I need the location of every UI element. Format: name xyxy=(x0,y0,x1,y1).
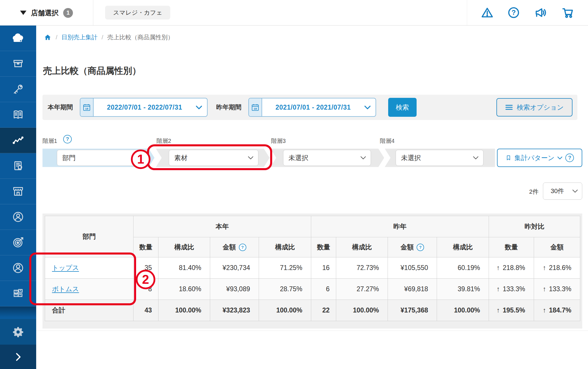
sales-comparison-table-wrapper: 部門 本年 昨年 昨対比 数量 構成比 金額? 構成比 数量 構成比 金額? 構… xyxy=(42,213,582,329)
chevron-down-icon xyxy=(557,156,562,160)
cell-value: ¥105,550 xyxy=(388,257,437,279)
page-size-select[interactable]: 30件 xyxy=(543,182,582,200)
hierarchy4-select[interactable]: 未選択 xyxy=(396,150,483,166)
calendar-icon: 18 xyxy=(80,98,94,116)
svg-text:?: ? xyxy=(512,9,516,16)
hierarchy1-value: 部門 xyxy=(62,154,134,162)
last-year-date-range-picker[interactable]: 18 2021/07/01 - 2021/07/31 xyxy=(248,98,376,117)
chevron-down-icon xyxy=(572,189,578,193)
cell-value: 218.6% xyxy=(549,264,571,271)
col-yoy-qty: 数量 xyxy=(489,237,534,257)
topbar-icon-group: ? xyxy=(467,0,588,25)
cell-value: 133.3% xyxy=(503,285,525,293)
cell-value: 18.60% xyxy=(158,279,210,300)
sidebar-item-products[interactable] xyxy=(0,51,36,77)
person-icon xyxy=(11,261,25,275)
document-search-icon xyxy=(11,159,25,172)
up-arrow-icon: ↑ xyxy=(496,285,500,293)
key-icon xyxy=(11,83,25,96)
cell-value: 60.19% xyxy=(437,257,489,279)
group-header-last-year: 昨年 xyxy=(311,216,489,237)
sidebar-nav xyxy=(0,26,36,369)
sidebar-item-reports[interactable] xyxy=(0,153,36,179)
alert-icon[interactable] xyxy=(481,6,494,19)
amount-help-icon[interactable]: ? xyxy=(239,244,246,251)
yoy-qty-cell: ↑195.5% xyxy=(489,300,534,321)
cell-value: ¥93,089 xyxy=(210,279,259,300)
home-icon[interactable] xyxy=(44,34,52,41)
sidebar-item-members[interactable] xyxy=(0,204,36,230)
department-link-bottoms[interactable]: ボトムス xyxy=(52,285,79,293)
up-arrow-icon: ↑ xyxy=(496,306,500,314)
page-size-value: 30件 xyxy=(551,187,572,195)
sidebar-item-staff[interactable] xyxy=(0,255,36,281)
yoy-amount-cell: ↑133.3% xyxy=(534,279,580,300)
up-arrow-icon: ↑ xyxy=(543,285,546,293)
last-year-period-label: 昨年期間 xyxy=(216,103,241,112)
sidebar-item-store[interactable] xyxy=(0,179,36,204)
hierarchy2-select[interactable]: 素材 xyxy=(169,150,258,166)
up-arrow-icon: ↑ xyxy=(543,264,546,271)
sidebar-item-targets[interactable] xyxy=(0,230,36,255)
col-this-year-ratio2: 構成比 xyxy=(259,237,311,257)
total-label: 合計 xyxy=(45,300,134,321)
pattern-help-icon[interactable]: ? xyxy=(565,154,574,162)
hierarchy1-label: 階層1 xyxy=(42,137,57,145)
cell-value: 133.3% xyxy=(549,285,571,293)
store-count-badge: 1 xyxy=(63,8,73,18)
chevron-down-icon xyxy=(196,105,207,110)
col-last-year-qty: 数量 xyxy=(311,237,336,257)
bookmark-icon xyxy=(505,154,512,161)
aggregate-pattern-button[interactable]: 集計パターン ? xyxy=(497,149,582,167)
sidebar-item-settings[interactable] xyxy=(0,319,36,345)
search-options-button[interactable]: 検索オプション xyxy=(496,98,572,116)
sidebar-item-journal[interactable] xyxy=(0,102,36,128)
hierarchy-help-icon[interactable]: ? xyxy=(63,135,72,143)
hierarchy3-select[interactable]: 未選択 xyxy=(283,150,371,166)
group-header-yoy: 昨対比 xyxy=(489,216,580,237)
store-select-label: 店舗選択 xyxy=(31,8,59,18)
chevron-right-icon xyxy=(12,351,24,363)
amount-help-icon[interactable]: ? xyxy=(417,244,424,251)
cell-value: 184.7% xyxy=(549,306,571,314)
search-button[interactable]: 検索 xyxy=(388,98,417,117)
search-options-label: 検索オプション xyxy=(517,103,564,112)
sidebar-item-sales-analysis[interactable] xyxy=(0,128,36,153)
sidebar-item-home[interactable] xyxy=(0,26,36,51)
filter-bar: 本年期間 18 2022/07/01 - 2022/07/31 昨年期間 18 … xyxy=(42,95,577,120)
table-row-bottoms: ボトムス 8 18.60% ¥93,089 28.75% 6 27.27% ¥6… xyxy=(45,279,580,300)
col-last-year-ratio2: 構成比 xyxy=(437,237,489,257)
calendar-icon: 18 xyxy=(249,98,262,116)
yoy-amount-cell: ↑218.6% xyxy=(534,257,580,279)
hierarchy1-select[interactable]: 部門 xyxy=(57,150,145,166)
col-yoy-amount: 金額 xyxy=(534,237,580,257)
cloud-logo-icon xyxy=(11,32,26,44)
sidebar-item-inventory[interactable] xyxy=(0,281,36,306)
sales-comparison-table: 部門 本年 昨年 昨対比 数量 構成比 金額? 構成比 数量 構成比 金額? 構… xyxy=(45,216,580,321)
hierarchy3-value: 未選択 xyxy=(289,154,360,162)
cell-value: 72.73% xyxy=(336,257,388,279)
department-link-tops[interactable]: トップス xyxy=(52,264,79,271)
this-year-date-range-picker[interactable]: 18 2022/07/01 - 2022/07/31 xyxy=(80,98,208,117)
breadcrumb-link-daily-sales[interactable]: 日別売上集計 xyxy=(61,33,98,41)
cell-value: 16 xyxy=(311,257,336,279)
topbar: 店舗選択 1 スマレジ・カフェ ? xyxy=(0,0,588,26)
cell-value: ¥323,823 xyxy=(210,300,259,321)
store-select-button[interactable]: 店舗選択 1 xyxy=(20,0,73,26)
cell-value: 100.00% xyxy=(437,300,489,321)
cart-icon[interactable] xyxy=(561,6,575,19)
cell-value: ¥175,368 xyxy=(388,300,437,321)
store-tab[interactable]: スマレジ・カフェ xyxy=(105,6,170,20)
chart-line-icon xyxy=(11,133,25,147)
cell-value: 35 xyxy=(134,257,158,279)
calendar-day-number: 18 xyxy=(85,107,88,110)
group-header-this-year: 本年 xyxy=(134,216,311,237)
store-icon xyxy=(11,185,25,198)
column-header-department: 部門 xyxy=(45,216,134,257)
sidebar-expand-button[interactable] xyxy=(0,345,36,369)
last-year-range-value: 2021/07/01 - 2021/07/31 xyxy=(262,104,364,111)
announcement-icon[interactable] xyxy=(534,6,548,19)
help-icon[interactable]: ? xyxy=(507,6,520,19)
cell-value: 39.81% xyxy=(437,279,489,300)
sidebar-item-keys[interactable] xyxy=(0,77,36,102)
